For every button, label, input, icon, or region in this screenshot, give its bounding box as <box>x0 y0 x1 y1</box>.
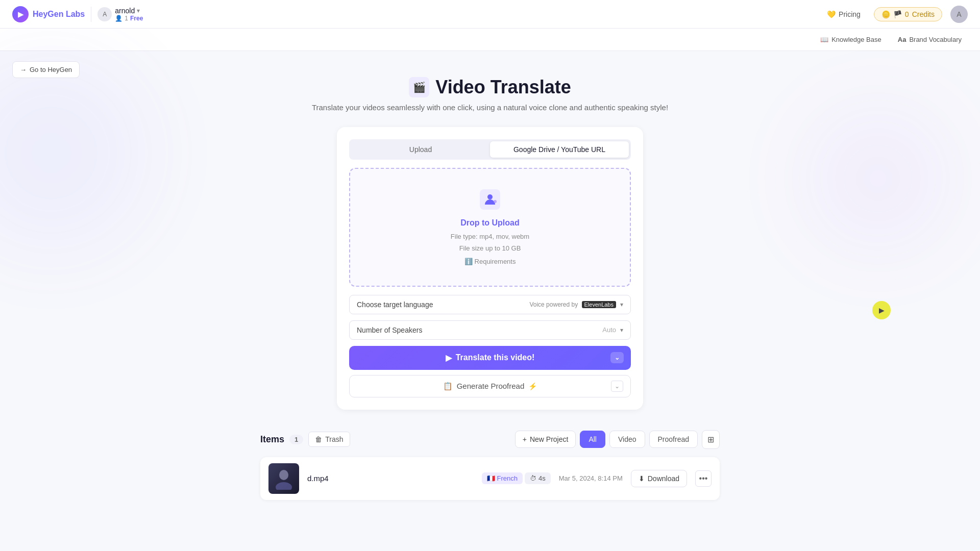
table-row: d.mp4 🇫🇷 French ⏱ 4s Mar 5, 2024, 8:14 P… <box>260 457 720 500</box>
video-thumb-image <box>268 463 299 494</box>
new-project-button[interactable]: + New Project <box>515 431 576 448</box>
user-avatar: A <box>97 7 112 21</box>
credits-button[interactable]: 🪙 🏴 0 Credits <box>874 7 942 21</box>
grid-view-button[interactable]: ⊞ <box>702 430 720 449</box>
filter-video-button[interactable]: Video <box>609 431 645 448</box>
user-plan-count: 1 <box>125 15 128 22</box>
drop-hint: File type: mp4, mov, webm File size up t… <box>451 231 529 255</box>
grid-icon: ⊞ <box>707 435 714 444</box>
eleven-labs-badge: ElevenLabs <box>582 301 617 308</box>
brand-vocab-label: Brand Vocabulary <box>909 36 962 43</box>
trash-button[interactable]: 🗑 Trash <box>308 432 350 447</box>
items-controls: + New Project All Video Proofread ⊞ <box>515 430 720 449</box>
brand-vocab-icon: Aa <box>898 36 906 43</box>
translate-expand-icon[interactable]: ⌄ <box>610 352 624 363</box>
user-badge[interactable]: A arnold ▾ 👤 1 Free <box>91 7 143 22</box>
pricing-link[interactable]: 💛 Pricing <box>822 7 866 21</box>
drop-title: Drop to Upload <box>460 218 520 228</box>
user-plan-icon: 👤 <box>115 15 122 22</box>
requirements-link[interactable]: ℹ️ Requirements <box>464 258 516 265</box>
logo-play-icon: ▶ <box>18 10 23 18</box>
svg-point-4 <box>276 482 292 490</box>
items-header: Items 1 🗑 Trash + New Project All Video … <box>260 430 720 449</box>
items-title-group: Items 1 🗑 Trash <box>260 432 350 447</box>
logo-app-sub: Labs <box>66 10 85 18</box>
credits-label: Credits <box>912 10 935 18</box>
upload-card: Upload Google Drive / YouTube URL Drop t… <box>337 127 643 410</box>
proofread-lightning-icon: ⚡ <box>528 382 537 390</box>
filter-proofread-button[interactable]: Proofread <box>649 431 698 448</box>
video-name: d.mp4 <box>307 474 474 483</box>
logo-text: HeyGen Labs <box>33 10 85 19</box>
download-icon: ⬇ <box>639 474 645 483</box>
svg-point-2 <box>494 200 497 203</box>
page-title-container: 🎬 Video Translate <box>409 77 571 98</box>
pricing-label: Pricing <box>839 10 861 18</box>
items-count: 1 <box>289 435 303 444</box>
language-dropdown-label: Choose target language <box>357 300 529 309</box>
speakers-dropdown[interactable]: Number of Speakers Auto ▾ <box>349 320 631 340</box>
translate-icon: 🎬 <box>413 81 426 93</box>
header-user-avatar[interactable]: A <box>950 6 968 23</box>
page-title-icon: 🎬 <box>409 77 429 97</box>
credits-count: 0 <box>905 10 909 18</box>
speakers-dropdown-right: Auto ▾ <box>602 326 623 334</box>
brand-vocabulary-link[interactable]: Aa Brand Vocabulary <box>892 33 968 46</box>
language-dropdown[interactable]: Choose target language Voice powered by … <box>349 295 631 314</box>
sub-header: 📖 Knowledge Base Aa Brand Vocabulary <box>0 29 980 51</box>
page-subtitle: Translate your videos seamlessly with on… <box>312 103 668 112</box>
user-plan-label: Free <box>130 15 143 22</box>
page-title: Video Translate <box>435 77 571 98</box>
translate-play-icon: ▶ <box>446 353 452 363</box>
proofread-button-label: Generate Proofread <box>457 382 525 390</box>
items-section: Items 1 🗑 Trash + New Project All Video … <box>260 430 720 500</box>
voice-powered-label: Voice powered by ElevenLabs <box>529 301 616 308</box>
upload-tabs: Upload Google Drive / YouTube URL <box>349 139 631 160</box>
user-meta: 👤 1 Free <box>115 15 143 22</box>
user-name: arnold <box>115 7 135 15</box>
download-label: Download <box>648 474 679 483</box>
video-date: Mar 5, 2024, 8:14 PM <box>559 474 623 482</box>
new-project-plus-icon: + <box>523 435 527 443</box>
svg-point-3 <box>279 470 288 480</box>
user-dropdown-arrow: ▾ <box>137 7 140 14</box>
translate-button[interactable]: ▶ Translate this video! ⌄ <box>349 346 631 370</box>
header-right: 💛 Pricing 🪙 🏴 0 Credits A <box>822 6 968 23</box>
more-dots-icon: ••• <box>699 474 708 483</box>
filter-all-button[interactable]: All <box>580 431 605 448</box>
clock-icon: ⏱ <box>530 474 536 482</box>
user-info: arnold ▾ 👤 1 Free <box>115 7 143 22</box>
credits-flag-icon: 🏴 <box>893 10 902 18</box>
knowledge-base-link[interactable]: 📖 Knowledge Base <box>814 33 888 46</box>
language-dropdown-arrow: ▾ <box>620 301 623 308</box>
new-project-label: New Project <box>530 435 568 443</box>
tab-upload[interactable]: Upload <box>351 141 490 158</box>
video-thumbnail <box>268 463 299 494</box>
knowledge-base-label: Knowledge Base <box>831 36 881 43</box>
credits-coin-icon: 🪙 <box>881 10 890 18</box>
pricing-icon: 💛 <box>827 10 836 18</box>
header: ▶ HeyGen Labs A arnold ▾ 👤 1 Free <box>0 0 980 29</box>
proofread-expand-icon[interactable]: ⌄ <box>611 381 623 392</box>
language-dropdown-right: Voice powered by ElevenLabs ▾ <box>529 301 623 308</box>
flag-icon: 🇫🇷 <box>487 474 495 482</box>
speakers-dropdown-arrow: ▾ <box>620 327 623 334</box>
proofread-doc-icon: 📋 <box>443 382 453 391</box>
auto-label: Auto <box>602 326 616 334</box>
info-icon: ℹ️ <box>464 258 473 265</box>
header-left: ▶ HeyGen Labs A arnold ▾ 👤 1 Free <box>12 6 143 22</box>
drop-zone[interactable]: Drop to Upload File type: mp4, mov, webm… <box>349 168 631 287</box>
proofread-button[interactable]: 📋 Generate Proofread ⚡ ⌄ <box>349 375 631 397</box>
tab-google-drive[interactable]: Google Drive / YouTube URL <box>490 141 629 158</box>
svg-point-1 <box>487 194 493 199</box>
translate-button-label: Translate this video! <box>456 353 535 362</box>
more-options-button[interactable]: ••• <box>695 470 712 487</box>
items-title: Items <box>260 434 284 445</box>
speakers-dropdown-label: Number of Speakers <box>357 326 602 334</box>
download-button[interactable]: ⬇ Download <box>631 470 687 487</box>
duration-tag: ⏱ 4s <box>525 472 551 484</box>
logo-icon: ▶ <box>12 6 29 22</box>
logo[interactable]: ▶ HeyGen Labs <box>12 6 85 22</box>
knowledge-base-icon: 📖 <box>820 36 828 43</box>
trash-icon: 🗑 <box>315 435 322 443</box>
